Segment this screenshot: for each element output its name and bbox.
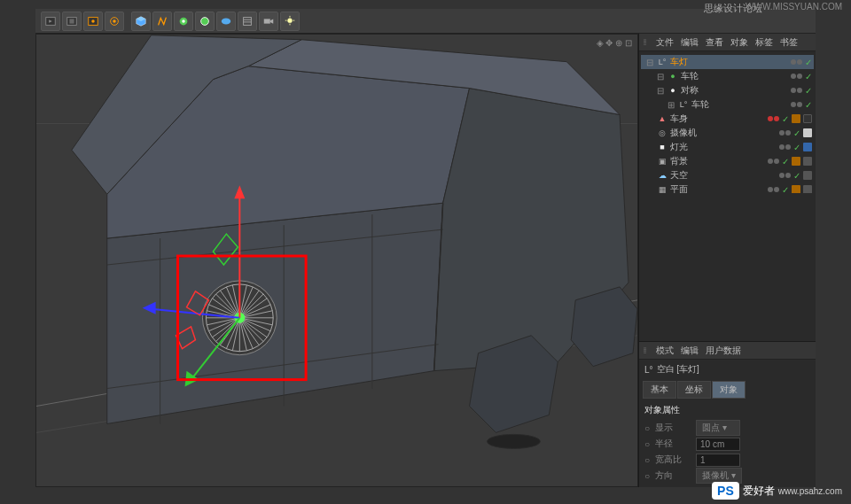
visibility-dots-icon[interactable] xyxy=(768,116,779,121)
object-tag-icon[interactable] xyxy=(792,114,800,123)
object-tree[interactable]: ⊟L°车灯✓⊟●车轮✓⊟●对称✓⊞L°车轮✓▲车身✓◎摄像机✓■灯光✓▣背景✓☁… xyxy=(639,51,816,193)
svg-point-36 xyxy=(488,434,541,448)
object-tag-icon[interactable] xyxy=(803,157,812,166)
tree-item-label[interactable]: 车灯 xyxy=(670,56,788,68)
tree-item-label[interactable]: 灯光 xyxy=(670,141,777,153)
enable-check-icon[interactable]: ✓ xyxy=(805,72,812,81)
tree-item-label[interactable]: 平面 xyxy=(670,183,765,193)
enable-check-icon[interactable]: ✓ xyxy=(793,143,800,152)
object-tag-icon[interactable] xyxy=(792,185,800,193)
tree-item[interactable]: ▲车身✓ xyxy=(641,112,814,126)
ps-text: 爱好者 xyxy=(743,484,775,499)
svg-marker-16 xyxy=(270,19,274,23)
visibility-dots-icon[interactable] xyxy=(791,88,802,93)
tree-item[interactable]: ⊟●对称✓ xyxy=(641,83,814,97)
visibility-dots-icon[interactable] xyxy=(779,173,791,178)
object-type-icon: ◎ xyxy=(657,128,668,138)
tree-item[interactable]: ⊟L°车灯✓ xyxy=(641,55,814,69)
expand-toggle-icon[interactable]: ⊟ xyxy=(645,58,654,67)
object-tag-icon[interactable] xyxy=(803,143,812,151)
attr-subtab-coord[interactable]: 坐标 xyxy=(677,381,711,399)
tree-item[interactable]: ▦平面✓ xyxy=(641,182,814,193)
tree-item[interactable]: ■灯光✓ xyxy=(641,140,814,154)
tree-item[interactable]: ☁天空✓ xyxy=(641,168,814,182)
attr-subtab-basic[interactable]: 基本 xyxy=(643,381,676,399)
expand-toggle-icon[interactable]: ⊟ xyxy=(656,86,665,96)
right-panel: ⁞⁞⁞ 文件 编辑 查看 对象 标签 书签 ⊟L°车灯✓⊟●车轮✓⊟●对称✓⊞L… xyxy=(638,34,816,487)
panel-grip-icon[interactable]: ⁞⁞⁞ xyxy=(643,37,645,47)
attr-row: ○宽高比1 xyxy=(644,452,810,468)
generator-button[interactable] xyxy=(174,12,193,31)
enable-check-icon[interactable]: ✓ xyxy=(805,86,812,96)
environment-button[interactable] xyxy=(216,12,236,31)
watermark-bottom: PS 爱好者 www.psahz.com xyxy=(712,482,842,500)
spline-pen-button[interactable] xyxy=(152,12,172,31)
attr-input[interactable]: 10 cm xyxy=(696,438,740,451)
enable-check-icon[interactable]: ✓ xyxy=(805,58,812,67)
visibility-dots-icon[interactable] xyxy=(779,130,791,136)
obj-tab-tags[interactable]: 标签 xyxy=(755,36,773,49)
svg-rect-15 xyxy=(264,19,270,23)
enable-check-icon[interactable]: ✓ xyxy=(805,100,812,110)
tree-item[interactable]: ▣背景✓ xyxy=(641,154,814,168)
obj-tab-edit[interactable]: 编辑 xyxy=(681,36,699,49)
attr-dropdown[interactable]: 圆点 ▾ xyxy=(696,420,740,436)
attr-tab-userdata[interactable]: 用户数据 xyxy=(706,345,741,357)
tree-item-label[interactable]: 背景 xyxy=(670,155,765,167)
tree-item-label[interactable]: 摄像机 xyxy=(670,127,777,139)
render-region-button[interactable] xyxy=(62,12,82,31)
viewport-3d[interactable]: ◈ ✥ ⊕ ⊡ xyxy=(35,34,638,487)
render-button[interactable] xyxy=(41,12,60,31)
render-settings-button[interactable] xyxy=(105,12,124,31)
field-button[interactable] xyxy=(238,12,257,31)
expand-toggle-icon[interactable]: ⊟ xyxy=(656,72,665,81)
tree-item[interactable]: ⊞L°车轮✓ xyxy=(641,97,814,112)
object-tag-icon[interactable] xyxy=(803,128,812,137)
obj-tab-view[interactable]: 查看 xyxy=(706,36,723,49)
enable-check-icon[interactable]: ✓ xyxy=(782,185,789,194)
tree-item[interactable]: ⊟●车轮✓ xyxy=(641,69,814,83)
visibility-dots-icon[interactable] xyxy=(791,59,802,65)
tree-item-label[interactable]: 天空 xyxy=(670,169,777,182)
tree-item-label[interactable]: 车轮 xyxy=(691,98,788,111)
tree-item-label[interactable]: 对称 xyxy=(681,84,788,97)
deformer-button[interactable] xyxy=(195,12,215,31)
enable-check-icon[interactable]: ✓ xyxy=(782,157,789,167)
tree-item-label[interactable]: 车轮 xyxy=(681,70,788,82)
chevron-down-icon: ▾ xyxy=(729,470,736,480)
main-toolbar xyxy=(35,9,816,34)
obj-tab-file[interactable]: 文件 xyxy=(656,36,674,49)
light-button[interactable] xyxy=(280,12,300,31)
visibility-dots-icon[interactable] xyxy=(768,187,779,192)
render-active-button[interactable] xyxy=(83,12,103,31)
visibility-dots-icon[interactable] xyxy=(779,144,791,150)
object-type-icon: ▦ xyxy=(657,184,668,193)
panel-grip-icon[interactable]: ⁞⁞⁞ xyxy=(643,345,645,355)
attr-input[interactable]: 1 xyxy=(696,454,740,467)
svg-rect-12 xyxy=(244,17,252,25)
visibility-dots-icon[interactable] xyxy=(791,74,802,79)
object-tag-icon[interactable] xyxy=(803,114,812,123)
obj-tab-bookmarks[interactable]: 书签 xyxy=(780,36,798,49)
object-tag-icon[interactable] xyxy=(792,157,800,166)
visibility-dots-icon[interactable] xyxy=(791,102,802,107)
tree-item[interactable]: ◎摄像机✓ xyxy=(641,126,814,140)
object-tag-icon[interactable] xyxy=(803,185,812,193)
visibility-dots-icon[interactable] xyxy=(768,159,779,164)
attr-tab-mode[interactable]: 模式 xyxy=(656,345,674,357)
camera-button[interactable] xyxy=(259,12,278,31)
attr-tab-edit[interactable]: 编辑 xyxy=(681,345,699,357)
enable-check-icon[interactable]: ✓ xyxy=(782,114,789,124)
object-type-icon: L° xyxy=(678,99,689,110)
enable-check-icon[interactable]: ✓ xyxy=(793,128,800,138)
expand-toggle-icon[interactable]: ⊞ xyxy=(667,100,675,110)
attr-subtab-object[interactable]: 对象 xyxy=(712,381,746,399)
attr-row: ○显示圆点 ▾ xyxy=(644,420,810,436)
enable-check-icon[interactable]: ✓ xyxy=(793,171,800,181)
primitive-cube-button[interactable] xyxy=(131,12,151,31)
tree-item-label[interactable]: 车身 xyxy=(670,112,765,125)
attr-bullet-icon: ○ xyxy=(644,455,650,465)
obj-tab-object[interactable]: 对象 xyxy=(730,36,748,49)
viewport-scene xyxy=(36,35,637,486)
object-tag-icon[interactable] xyxy=(803,171,812,180)
